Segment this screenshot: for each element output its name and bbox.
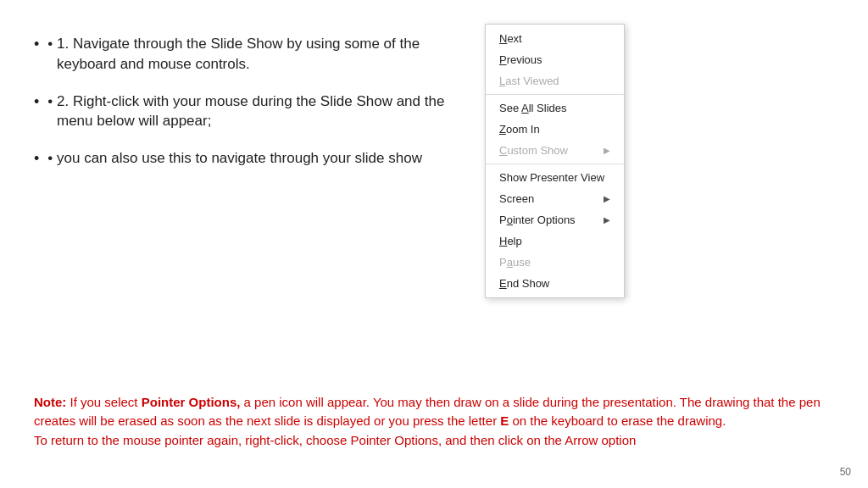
- arrow-icon-pointer-options: ▶: [604, 215, 610, 225]
- bullet-text-2: 2. Right-click with your mouse during th…: [57, 92, 475, 132]
- menu-item-custom-show: Custom Show ▶: [486, 140, 624, 161]
- menu-item-see-all-slides[interactable]: See All Slides: [486, 97, 624, 119]
- menu-item-screen[interactable]: Screen ▶: [486, 188, 624, 209]
- note-e-bold: E: [500, 413, 509, 428]
- bullet-text-1: 1. Navigate through the Slide Show by us…: [57, 34, 475, 75]
- menu-label-pause: Pause: [499, 256, 531, 269]
- menu-item-pause: Pause: [486, 252, 624, 273]
- menu-label-previous: Previous: [499, 53, 542, 66]
- note-text-1: If you select: [70, 395, 142, 409]
- bullet-dot-3: •: [47, 148, 57, 169]
- menu-label-screen: Screen: [499, 192, 534, 205]
- bullet-item-1: • 1. Navigate through the Slide Show by …: [34, 34, 475, 75]
- context-menu: Next Previous Last Viewed See All Slides…: [485, 24, 625, 298]
- menu-item-help[interactable]: Help: [486, 230, 624, 252]
- bullet-text-3: you can also use this to navigate throug…: [57, 148, 422, 169]
- note-section: Note: If you select Pointer Options, a p…: [34, 393, 834, 451]
- menu-label-end-show: End Show: [499, 277, 549, 290]
- note-pointer-bold: Pointer Options,: [142, 395, 241, 409]
- menu-label-zoom-in: Zoom In: [499, 123, 540, 136]
- slide-container: • 1. Navigate through the Slide Show by …: [0, 0, 868, 488]
- menu-item-previous[interactable]: Previous: [486, 49, 624, 70]
- menu-item-zoom-in[interactable]: Zoom In: [486, 119, 624, 140]
- separator-2: [486, 164, 624, 164]
- menu-item-last-viewed: Last Viewed: [486, 70, 624, 92]
- bullet-item-2: • 2. Right-click with your mouse during …: [34, 92, 475, 132]
- note-prefix: Note:: [34, 395, 66, 409]
- menu-label-custom-show: Custom Show: [499, 144, 568, 157]
- menu-label-show-presenter-view: Show Presenter View: [499, 171, 604, 184]
- arrow-icon-screen: ▶: [604, 194, 610, 203]
- menu-label-see-all-slides: See All Slides: [499, 102, 567, 114]
- bullet-dot-2: •: [47, 92, 57, 112]
- page-number: 50: [840, 466, 851, 478]
- arrow-icon-custom-show: ▶: [604, 146, 610, 155]
- menu-item-pointer-options[interactable]: Pointer Options ▶: [486, 209, 624, 230]
- separator-1: [486, 94, 624, 95]
- menu-item-next[interactable]: Next: [486, 28, 624, 49]
- bullet-list: • 1. Navigate through the Slide Show by …: [34, 34, 475, 169]
- menu-label-next: Next: [499, 32, 522, 45]
- bullet-dot-1: •: [47, 34, 57, 54]
- menu-item-show-presenter-view[interactable]: Show Presenter View: [486, 167, 624, 188]
- menu-item-end-show[interactable]: End Show: [486, 273, 624, 294]
- bullet-item-3: • you can also use this to navigate thro…: [34, 148, 475, 169]
- menu-label-help: Help: [499, 235, 522, 247]
- menu-label-pointer-options: Pointer Options: [499, 214, 576, 226]
- menu-label-last-viewed: Last Viewed: [499, 75, 559, 87]
